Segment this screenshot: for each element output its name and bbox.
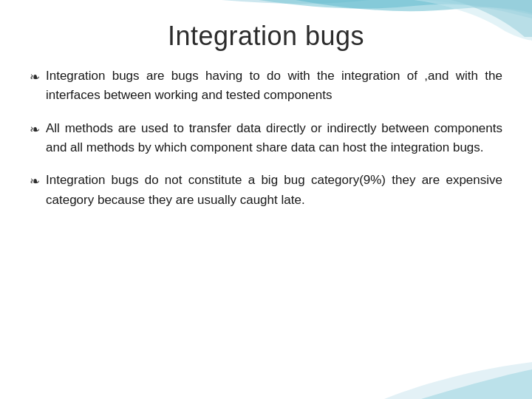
slide-container: Integration bugs ❧ Integration bugs are … (0, 0, 532, 399)
bullet-item-1: ❧ Integration bugs are bugs having to do… (30, 66, 502, 106)
bullet-symbol-2: ❧ (30, 120, 40, 140)
bullet-text-2: All methods are used to transfer data di… (46, 119, 502, 158)
content-area: ❧ Integration bugs are bugs having to do… (0, 66, 532, 238)
bullet-text-1: Integration bugs are bugs having to do w… (46, 66, 502, 106)
bullet-symbol-3: ❧ (30, 172, 40, 191)
bottom-decoration (310, 355, 532, 399)
top-decoration (0, 0, 532, 55)
bullet-symbol-1: ❧ (30, 68, 40, 87)
bullet-item-3: ❧ Integration bugs do not constitute a b… (30, 171, 502, 210)
bullet-item-2: ❧ All methods are used to transfer data … (30, 119, 502, 158)
bullet-text-3: Integration bugs do not constitute a big… (46, 171, 502, 210)
